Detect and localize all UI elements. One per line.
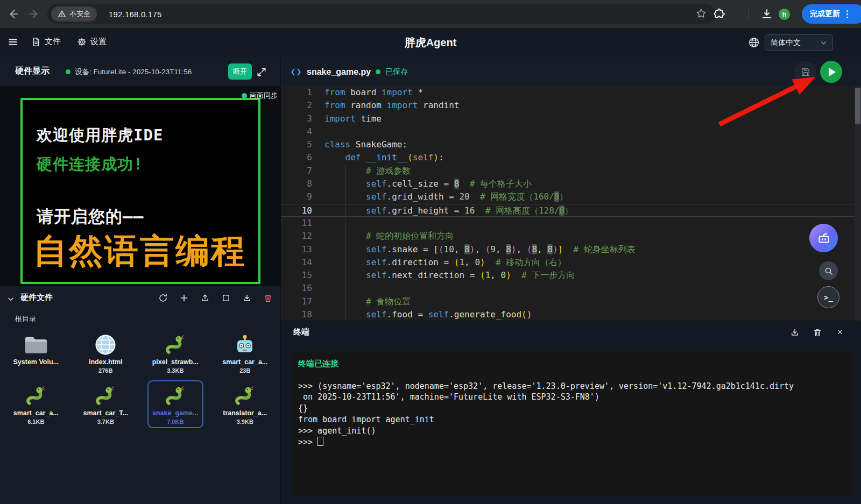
code-line[interactable]: 8 self.cell_size = 8 # 每个格子大小: [281, 178, 861, 190]
editor-save-status: 已保存: [385, 67, 408, 77]
file-item[interactable]: smart_car_T...3.7KB: [77, 380, 133, 428]
terminal-prompt-icon: >_: [824, 293, 833, 302]
language-select[interactable]: 简体中文: [765, 34, 833, 51]
search-button[interactable]: [819, 261, 838, 280]
code-line[interactable]: 1from board import *: [281, 86, 861, 99]
profile-avatar[interactable]: h: [779, 9, 790, 20]
file-item[interactable]: index.html276B: [77, 329, 133, 377]
terminal-line: >>> agent_init(): [298, 425, 849, 437]
file-name: System Volu...: [13, 358, 59, 366]
warning-triangle-icon: [58, 10, 66, 18]
file-item[interactable]: pixel_strawb...3.3KB: [147, 329, 203, 377]
bookmark-star-icon[interactable]: [695, 8, 707, 19]
stop-square-icon[interactable]: [221, 293, 231, 303]
code-line[interactable]: 9 self.grid_width = 20 # 网格宽度（160/8）: [281, 190, 861, 203]
breadcrumb-root[interactable]: 根目录: [15, 314, 36, 324]
device-status-dot: [66, 69, 70, 74]
file-size: 3.3KB: [167, 367, 184, 374]
terminal-trash-icon[interactable]: [813, 328, 822, 337]
file-name: smart_car_a...: [13, 409, 59, 417]
file-size: 6.1KB: [27, 418, 44, 425]
code-line[interactable]: 15 self.next_direction = (1, 0) # 下一步方向: [281, 269, 861, 282]
line-number: 14: [281, 256, 324, 269]
folder-icon: [24, 333, 48, 357]
security-chip[interactable]: 不安全: [51, 6, 97, 22]
line-number: 1: [281, 86, 324, 99]
url-text: 192.168.0.175: [109, 10, 162, 19]
menu-file[interactable]: 文件: [31, 37, 61, 47]
files-section-title: 硬件文件: [20, 293, 53, 303]
editor-scrollbar[interactable]: [855, 86, 861, 321]
code-line[interactable]: 14 self.direction = (1, 0) # 移动方向（右）: [281, 256, 861, 269]
line-number: 7: [281, 165, 324, 178]
code-line[interactable]: 12 # 蛇的初始位置和方向: [281, 230, 861, 243]
forward-icon[interactable]: [28, 8, 41, 20]
disconnect-button[interactable]: 断开: [228, 63, 252, 80]
code-line[interactable]: 4: [281, 125, 861, 138]
download-file-icon[interactable]: [242, 293, 252, 303]
code-line[interactable]: 3import time: [281, 112, 861, 125]
globe-language-icon[interactable]: [748, 37, 760, 48]
terminal-console[interactable]: 终端已连接 >>> (sysname='esp32', nodename='es…: [292, 351, 855, 496]
code-line[interactable]: 16: [281, 282, 861, 295]
files-section-header: 硬件文件: [0, 286, 280, 311]
toolbar-separator: [749, 9, 749, 19]
refresh-icon[interactable]: [158, 293, 168, 303]
code-line[interactable]: 18 self.food = self.generate_food(): [281, 308, 861, 321]
scrollbar-thumb[interactable]: [855, 88, 860, 124]
url-bar[interactable]: 不安全 192.168.0.175: [47, 4, 716, 24]
terminal-download-icon[interactable]: [790, 328, 800, 337]
code-line[interactable]: 10 self.grid_height = 16 # 网格高度（128/8）: [281, 204, 861, 217]
snake-icon: [94, 384, 117, 408]
code-line[interactable]: 7 # 游戏参数: [281, 165, 861, 178]
file-name: index.html: [89, 358, 123, 366]
code-line[interactable]: 2from random import randint: [281, 99, 861, 112]
code-line[interactable]: 6 def __init__(self):: [281, 151, 861, 164]
terminal-line: from board import agent_init: [298, 414, 849, 425]
code-line[interactable]: 5class SnakeGame:: [281, 138, 861, 151]
code-line[interactable]: 11: [281, 217, 861, 230]
line-number: 13: [281, 243, 324, 256]
back-icon[interactable]: [6, 8, 19, 20]
menu-settings[interactable]: 设置: [77, 37, 107, 47]
floppy-save-icon: [800, 67, 811, 77]
line-number: 10: [281, 204, 324, 217]
browser-menu-icon[interactable]: [846, 10, 848, 18]
file-item[interactable]: snake_game...7.0KB: [147, 380, 203, 428]
file-name: smart_car_T...: [83, 409, 128, 417]
file-grid: System Volu...index.html276Bpixel_strawb…: [1, 329, 280, 428]
terminal-line: >>>: [298, 437, 849, 448]
trash-icon[interactable]: [263, 293, 273, 303]
expand-icon[interactable]: [256, 67, 267, 77]
line-number: 8: [281, 178, 324, 190]
file-item[interactable]: smart_car_a...23B: [217, 329, 273, 377]
code-line[interactable]: 13 self.snake = [(10, 8), (9, 8), (8, 8)…: [281, 243, 861, 256]
file-name: smart_car_a...: [222, 358, 267, 366]
hardware-panel-header: 硬件显示 设备: FutureLite - 2025-10-23T11:56 断…: [0, 58, 280, 87]
terminal-line: on 2025-10-23T11:56', machine='FutureLit…: [298, 392, 849, 403]
code-line[interactable]: 17 # 食物位置: [281, 295, 861, 308]
line-number: 6: [281, 151, 324, 164]
terminal-line: [298, 370, 849, 381]
hamburger-icon: [8, 37, 18, 47]
extensions-icon[interactable]: [713, 8, 726, 20]
app-header: 文件 设置 胖虎Agent 简体中文: [0, 28, 861, 58]
code-area[interactable]: 1from board import *2from random import …: [281, 86, 861, 321]
new-file-plus-icon[interactable]: [179, 293, 189, 303]
file-item[interactable]: smart_car_a...6.1KB: [8, 380, 64, 428]
file-item[interactable]: translator_a...3.9KB: [217, 380, 273, 428]
upload-icon[interactable]: [200, 293, 210, 303]
terminal-line: >>> (sysname='esp32', nodename='esp32', …: [298, 381, 849, 392]
run-button[interactable]: [820, 61, 842, 83]
file-size: 7.0KB: [167, 418, 184, 425]
screen-sync-label[interactable]: 画面同步: [242, 91, 278, 101]
hamburger-menu-button[interactable]: [8, 37, 18, 47]
section-chevron-icon[interactable]: [7, 295, 15, 303]
save-button[interactable]: [794, 61, 816, 83]
ai-assistant-button[interactable]: [809, 224, 838, 252]
downloads-icon[interactable]: [760, 8, 773, 20]
terminal-close-icon[interactable]: ×: [835, 328, 845, 337]
chrome-update-button[interactable]: 完成更新: [802, 4, 861, 24]
file-item[interactable]: System Volu...: [8, 329, 64, 377]
terminal-toggle-button[interactable]: >_: [817, 286, 839, 308]
